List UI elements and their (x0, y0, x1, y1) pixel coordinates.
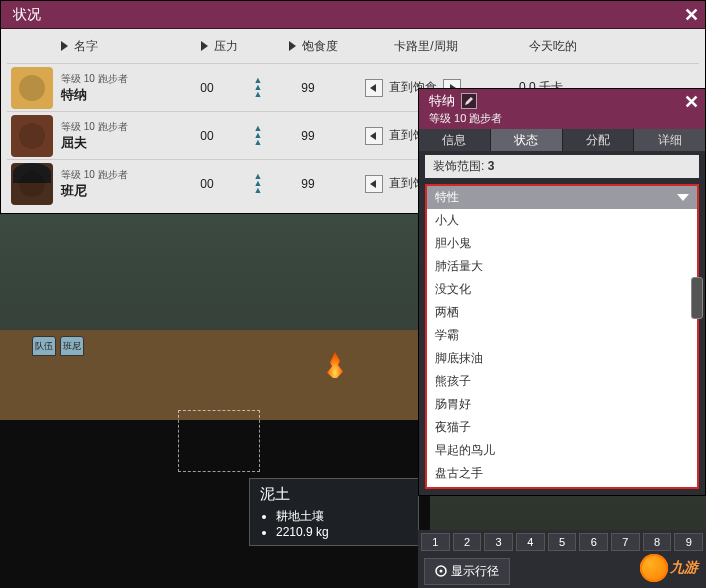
pager-button[interactable]: 1 (421, 533, 450, 551)
status-header-row: 名字 压力 饱食度 卡路里/周期 今天吃的 (7, 29, 699, 63)
stress-value: 00 (169, 129, 245, 143)
traits-header[interactable]: 特性 (427, 186, 697, 209)
inspect-close-button[interactable]: ✕ (681, 92, 701, 112)
chevron-down-icon (677, 194, 689, 201)
status-title: 状况 (13, 6, 41, 24)
target-icon (435, 565, 447, 577)
inspect-panel: 特纳 等级 10 跑步者 ✕ 信息 状态 分配 详细 装饰范围: 3 特性 小人… (418, 88, 706, 496)
stress-value: 00 (169, 177, 245, 191)
watermark-logo: 九游 (640, 554, 698, 582)
pager-button[interactable]: 8 (643, 533, 672, 551)
logo-icon (640, 554, 668, 582)
tab-detail[interactable]: 详细 (634, 129, 705, 151)
pager-button[interactable]: 6 (579, 533, 608, 551)
trait-item: 肺活量大 (427, 255, 697, 278)
trait-item: 夜猫子 (427, 416, 697, 439)
tooltip-title: 泥土 (260, 485, 408, 504)
duplicant-portrait (11, 163, 53, 205)
pager-button[interactable]: 7 (611, 533, 640, 551)
trait-item: 脚底抹油 (427, 347, 697, 370)
duplicant-name-block: 等级 10 跑步者 屈夫 (61, 120, 169, 152)
inspect-subtitle: 等级 10 跑步者 (429, 111, 681, 126)
trait-item: 肠胃好 (427, 393, 697, 416)
trait-item: 早起的鸟儿 (427, 439, 697, 462)
status-close-button[interactable]: ✕ (681, 5, 701, 25)
show-path-button[interactable]: 显示行径 (424, 558, 510, 585)
logo-text: 九游 (670, 559, 698, 577)
trait-item: 学霸 (427, 324, 697, 347)
cal-decrease-button[interactable] (365, 79, 383, 97)
inspect-name: 特纳 (429, 92, 455, 110)
selection-marquee[interactable] (178, 410, 260, 472)
sort-icon (289, 41, 296, 51)
traits-list: 小人胆小鬼肺活量大没文化两栖学霸脚底抹油熊孩子肠胃好夜猫子早起的鸟儿盘古之手免疫… (427, 209, 697, 489)
trait-item: 小人 (427, 209, 697, 232)
col-calories[interactable]: 卡路里/周期 (359, 38, 493, 55)
decor-row: 装饰范围: 3 (425, 155, 699, 178)
tooltip-line: 2210.9 kg (276, 525, 408, 539)
fullness-value: 99 (271, 129, 345, 143)
trait-item: 熊孩子 (427, 370, 697, 393)
duplicant-name-block: 等级 10 跑步者 特纳 (61, 72, 169, 104)
marker-a[interactable]: 队伍 (32, 336, 56, 356)
trait-item: 没文化 (427, 278, 697, 301)
duplicant-portrait (11, 115, 53, 157)
stress-value: 00 (169, 81, 245, 95)
material-tooltip: 泥土 耕地土壤2210.9 kg (249, 478, 419, 546)
duplicant-portrait (11, 67, 53, 109)
cal-decrease-button[interactable] (365, 127, 383, 145)
pager-button[interactable]: 2 (453, 533, 482, 551)
pager-button[interactable]: 5 (548, 533, 577, 551)
svg-point-1 (440, 570, 443, 573)
col-fullness[interactable]: 饱食度 (267, 38, 359, 55)
fullness-value: 99 (271, 81, 345, 95)
traits-section: 特性 小人胆小鬼肺活量大没文化两栖学霸脚底抹油熊孩子肠胃好夜猫子早起的鸟儿盘古之… (425, 184, 699, 489)
inspect-tabs: 信息 状态 分配 详细 (419, 129, 705, 151)
tab-status[interactable]: 状态 (491, 129, 563, 151)
inspect-titlebar: 特纳 等级 10 跑步者 ✕ (419, 89, 705, 129)
col-name[interactable]: 名字 (61, 38, 171, 55)
sort-icon (201, 41, 208, 51)
tab-assign[interactable]: 分配 (563, 129, 635, 151)
tooltip-line: 耕地土壤 (276, 508, 408, 525)
marker-b[interactable]: 班尼 (60, 336, 84, 356)
world-markers: 队伍 班尼 (32, 336, 84, 356)
trend-arrows-icon: ▲▲▲ (245, 173, 271, 194)
duplicant-pager: 123456789 (418, 530, 706, 554)
trend-arrows-icon: ▲▲▲ (245, 125, 271, 146)
fullness-value: 99 (271, 177, 345, 191)
trend-arrows-icon: ▲▲▲ (245, 77, 271, 98)
trait-item: 胆小鬼 (427, 232, 697, 255)
status-titlebar: 状况 ✕ (1, 1, 705, 29)
trait-item: 两栖 (427, 301, 697, 324)
pager-button[interactable]: 3 (484, 533, 513, 551)
col-today[interactable]: 今天吃的 (493, 38, 613, 55)
tooltip-lines: 耕地土壤2210.9 kg (260, 508, 408, 539)
col-stress[interactable]: 压力 (171, 38, 267, 55)
trait-item: 盘古之手 (427, 462, 697, 485)
pager-button[interactable]: 4 (516, 533, 545, 551)
edit-name-button[interactable] (461, 93, 477, 109)
tab-info[interactable]: 信息 (419, 129, 491, 151)
sort-icon (61, 41, 68, 51)
scrollbar-thumb[interactable] (691, 277, 703, 319)
pager-button[interactable]: 9 (674, 533, 703, 551)
duplicant-name-block: 等级 10 跑步者 班尼 (61, 168, 169, 200)
cal-decrease-button[interactable] (365, 175, 383, 193)
trait-item: 免疫力强 (427, 485, 697, 489)
